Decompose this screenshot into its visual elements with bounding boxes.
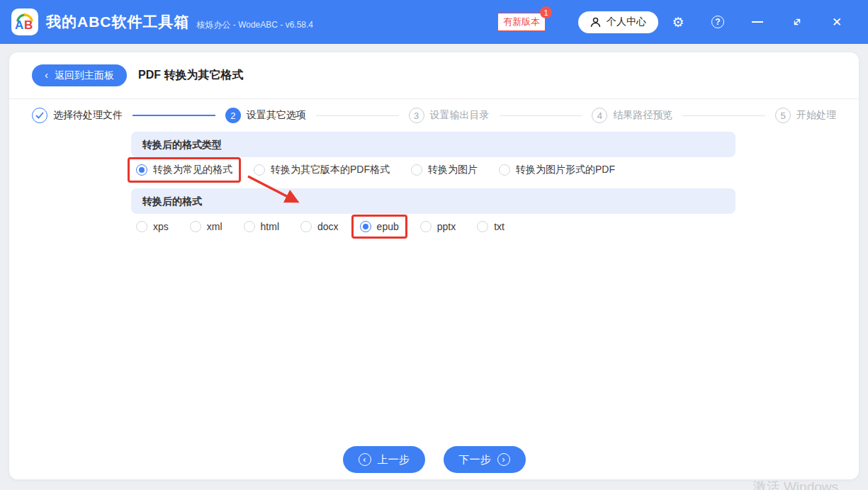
- step-number: 4: [592, 108, 607, 123]
- check-icon: [32, 108, 47, 123]
- person-icon: [590, 17, 601, 28]
- svg-text:B: B: [24, 18, 33, 32]
- step-1: 选择待处理文件: [32, 108, 123, 123]
- radio-option-pptx[interactable]: pptx: [420, 221, 456, 232]
- user-center-label: 个人中心: [607, 16, 646, 28]
- radio-option-label: epub: [377, 221, 399, 232]
- group-title: 转换后的格式: [131, 188, 735, 214]
- radio-option-label: 转换为其它版本的PDF格式: [271, 164, 390, 176]
- radio-group-2: xpsxmlhtmldocxepubpptxtxt: [131, 214, 735, 239]
- user-center-button[interactable]: 个人中心: [578, 11, 658, 33]
- radio-icon: [477, 221, 488, 232]
- radio-option-epub[interactable]: epub: [351, 215, 407, 239]
- radio-icon: [254, 164, 265, 176]
- radio-icon: [136, 221, 147, 232]
- next-step-label: 下一步: [459, 453, 491, 467]
- close-button[interactable]: ✕: [817, 16, 857, 28]
- radio-option-转换为常见的格式[interactable]: 转换为常见的格式: [128, 157, 241, 183]
- app-window: { "colors": { "accent": "#3e7ff4", "anno…: [0, 0, 868, 490]
- step-label: 结果路径预览: [613, 109, 672, 122]
- radio-group-1: 转换为常见的格式转换为其它版本的PDF格式转换为图片转换为图片形式的PDF: [131, 157, 735, 183]
- next-step-button[interactable]: 下一步 ›: [444, 446, 526, 473]
- maximize-button[interactable]: [777, 16, 817, 28]
- option-groups: 转换后的格式类型转换为常见的格式转换为其它版本的PDF格式转换为图片转换为图片形…: [131, 132, 735, 239]
- step-5: 5开始处理: [775, 108, 836, 123]
- new-version-badge[interactable]: 有新版本 1: [497, 13, 546, 31]
- step-label: 设置输出目录: [430, 109, 490, 122]
- step-number: 5: [775, 108, 791, 123]
- radio-option-label: xml: [207, 221, 222, 232]
- circle-chevron-left-icon: ‹: [359, 453, 371, 466]
- radio-option-label: html: [261, 221, 279, 232]
- step-number: 2: [225, 108, 241, 123]
- step-connector: [682, 115, 765, 116]
- radio-icon: [499, 164, 510, 176]
- notification-count-badge: 1: [540, 6, 552, 18]
- step-label: 开始处理: [796, 109, 836, 122]
- step-number: 3: [409, 108, 424, 123]
- radio-selected-icon: [136, 164, 147, 176]
- radio-option-label: pptx: [437, 221, 456, 232]
- radio-option-转换为其它版本的PDF格式[interactable]: 转换为其它版本的PDF格式: [254, 164, 390, 176]
- prev-step-button[interactable]: ‹ 上一步: [343, 446, 425, 473]
- radio-option-xps[interactable]: xps: [136, 221, 169, 232]
- minimize-button[interactable]: [738, 21, 777, 23]
- radio-option-label: 转换为图片: [428, 164, 478, 176]
- radio-icon: [190, 221, 201, 232]
- main-panel: ‹ 返回到主面板 PDF 转换为其它格式 选择待处理文件2设置其它选项3设置输出…: [9, 52, 859, 479]
- circle-chevron-right-icon: ›: [497, 453, 510, 466]
- minimize-icon: [752, 21, 763, 23]
- chevron-left-icon: ‹: [45, 69, 48, 80]
- radio-icon: [411, 164, 422, 176]
- app-title: 我的ABC软件工具箱: [46, 12, 190, 32]
- gear-icon: ⚙: [672, 16, 684, 29]
- radio-option-docx[interactable]: docx: [300, 221, 339, 232]
- radio-option-label: xps: [153, 221, 169, 232]
- page-title: PDF 转换为其它格式: [138, 68, 243, 83]
- step-label: 设置其它选项: [247, 109, 306, 122]
- help-button[interactable]: ?: [698, 16, 738, 28]
- radio-icon: [300, 221, 312, 232]
- radio-icon: [244, 221, 255, 232]
- radio-option-转换为图片形式的PDF[interactable]: 转换为图片形式的PDF: [499, 164, 615, 176]
- close-icon: ✕: [832, 16, 842, 28]
- settings-button[interactable]: ⚙: [658, 16, 698, 29]
- prev-step-label: 上一步: [378, 453, 410, 467]
- step-3: 3设置输出目录: [409, 108, 490, 123]
- radio-icon: [420, 221, 432, 232]
- step-connector: [316, 115, 399, 116]
- step-2: 2设置其它选项: [225, 108, 306, 123]
- radio-option-html[interactable]: html: [244, 221, 279, 232]
- app-subtitle: 核烁办公 - WodeABC - v6.58.4: [197, 19, 314, 31]
- step-label: 选择待处理文件: [53, 109, 123, 122]
- step-connector: [133, 115, 215, 116]
- step-indicator: 选择待处理文件2设置其它选项3设置输出目录4结果路径预览5开始处理: [9, 99, 859, 132]
- radio-option-txt[interactable]: txt: [477, 221, 505, 232]
- radio-option-转换为图片[interactable]: 转换为图片: [411, 164, 478, 176]
- radio-option-label: 转换为常见的格式: [153, 164, 232, 176]
- step-4: 4结果路径预览: [592, 108, 672, 123]
- wizard-footer: ‹ 上一步 下一步 ›: [9, 446, 859, 473]
- svg-text:A: A: [15, 18, 23, 32]
- app-logo-icon: A B: [11, 8, 38, 35]
- page-header: ‹ 返回到主面板 PDF 转换为其它格式: [9, 52, 859, 99]
- group-title: 转换后的格式类型: [131, 132, 735, 157]
- back-to-dashboard-button[interactable]: ‹ 返回到主面板: [32, 64, 127, 86]
- activate-windows-watermark: 激活 Windows: [753, 478, 838, 490]
- radio-option-label: docx: [317, 221, 339, 232]
- back-button-label: 返回到主面板: [55, 69, 114, 82]
- radio-option-xml[interactable]: xml: [190, 221, 222, 232]
- title-bar: A B 我的ABC软件工具箱 核烁办公 - WodeABC - v6.58.4 …: [0, 0, 868, 44]
- radio-option-label: 转换为图片形式的PDF: [516, 164, 615, 176]
- expand-icon: [791, 16, 804, 28]
- titlebar-actions: 有新版本 1 个人中心 ⚙ ? ✕: [497, 11, 857, 33]
- question-icon: ?: [711, 16, 724, 28]
- step-connector: [500, 115, 582, 116]
- radio-selected-icon: [360, 221, 371, 232]
- new-version-label: 有新版本: [503, 16, 540, 27]
- radio-option-label: txt: [494, 221, 505, 232]
